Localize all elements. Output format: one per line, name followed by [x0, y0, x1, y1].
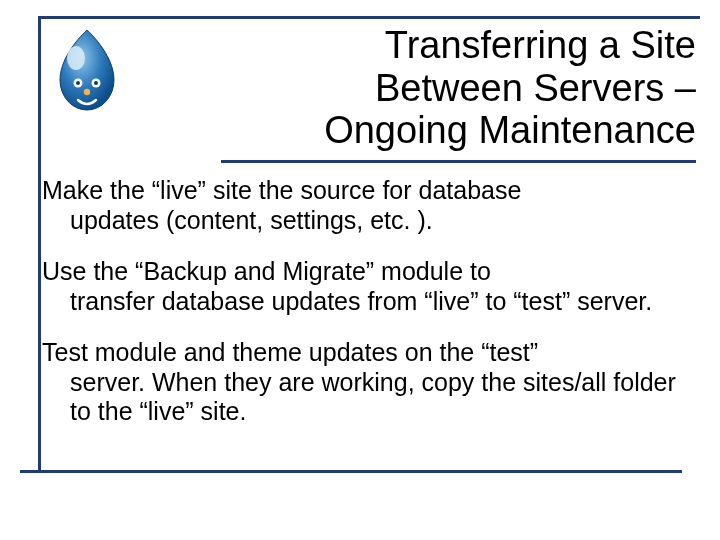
slide: Transferring a Site Between Servers – On…: [0, 0, 720, 540]
left-rule: [38, 16, 41, 470]
paragraph-2-first: Use the “Backup and Migrate” module to: [42, 257, 491, 285]
paragraph-3-rest: server. When they are working, copy the …: [70, 368, 692, 427]
top-rule: [38, 16, 700, 19]
title-line-2: Between Servers –: [375, 67, 696, 109]
svg-point-4: [94, 81, 98, 85]
svg-point-5: [84, 89, 90, 95]
paragraph-1: Make the “live” site the source for data…: [42, 176, 692, 235]
bottom-rule: [20, 470, 682, 473]
paragraph-3: Test module and theme updates on the “te…: [42, 338, 692, 427]
svg-point-3: [76, 81, 80, 85]
slide-body: Make the “live” site the source for data…: [42, 176, 692, 449]
slide-title: Transferring a Site Between Servers – On…: [226, 24, 696, 152]
paragraph-1-first: Make the “live” site the source for data…: [42, 176, 521, 204]
title-line-1: Transferring a Site: [385, 24, 696, 66]
paragraph-1-rest: updates (content, settings, etc. ).: [70, 206, 692, 236]
title-underline: [221, 160, 696, 163]
paragraph-2-rest: transfer database updates from “live” to…: [70, 287, 692, 317]
svg-point-0: [67, 46, 85, 70]
paragraph-3-first: Test module and theme updates on the “te…: [42, 338, 538, 366]
paragraph-2: Use the “Backup and Migrate” module to t…: [42, 257, 692, 316]
drupal-logo-icon: [48, 28, 126, 116]
title-line-3: Ongoing Maintenance: [324, 109, 696, 151]
